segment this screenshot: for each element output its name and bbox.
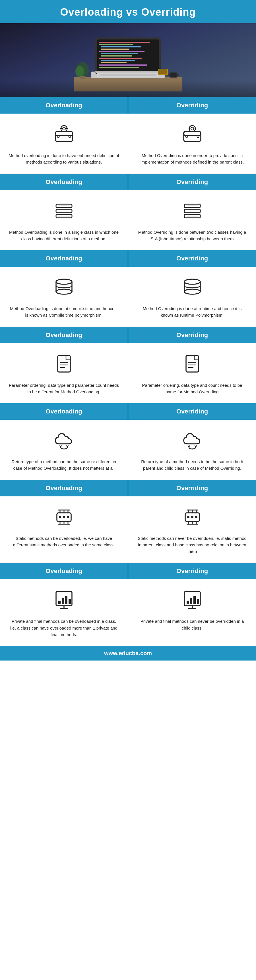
svg-rect-26: [56, 132, 72, 142]
overriding-text-3: Parameter ordering, data type and count …: [137, 382, 248, 395]
overriding-icon-5: [179, 504, 205, 530]
svg-rect-32: [60, 128, 62, 129]
svg-rect-5: [99, 44, 133, 45]
overloading-text-5: Static methods can be overloaded, ie. we…: [8, 535, 119, 548]
overloading-label-1: Overloading: [0, 174, 128, 190]
section-header-0: Overloading Overriding: [0, 97, 256, 114]
overriding-text-2: Method Overriding is done at runtime and…: [137, 305, 248, 319]
svg-rect-108: [194, 596, 196, 604]
svg-rect-6: [101, 46, 141, 48]
content-row-3: Parameter ordering, data type and parame…: [0, 343, 256, 404]
overloading-icon-0: [51, 121, 77, 147]
overloading-text-2: Method Overloading is done at compile ti…: [8, 305, 119, 319]
overloading-text-0: Method overloading is done to have enhan…: [8, 152, 119, 165]
overriding-text-0: Method Overriding is done in order to pr…: [137, 152, 248, 165]
svg-rect-18: [99, 74, 157, 76]
overloading-col-2: Method Overloading is done at compile ti…: [0, 267, 128, 326]
overloading-label-4: Overloading: [0, 403, 128, 420]
svg-rect-9: [101, 53, 138, 54]
overriding-icon-6: [179, 587, 205, 613]
svg-rect-101: [65, 596, 67, 604]
overloading-label-2: Overloading: [0, 250, 128, 267]
svg-rect-12: [101, 60, 135, 61]
svg-point-75: [59, 516, 61, 518]
svg-rect-102: [69, 599, 71, 604]
svg-point-28: [61, 126, 67, 132]
overloading-label-0: Overloading: [0, 97, 128, 114]
svg-rect-4: [99, 42, 150, 43]
footer-url: www.educba.com: [104, 650, 152, 656]
svg-point-58: [56, 279, 72, 284]
overloading-icon-6: [51, 587, 77, 613]
svg-rect-7: [101, 49, 130, 50]
overloading-col-1: Method Overloading is done in a single c…: [0, 190, 128, 250]
svg-point-29: [62, 127, 66, 130]
svg-rect-13: [101, 62, 126, 63]
overloading-icon-1: [51, 198, 77, 224]
overriding-text-6: Private and final methods can never be o…: [137, 618, 248, 631]
overriding-label-6: Overriding: [128, 563, 256, 579]
svg-rect-33: [66, 128, 68, 129]
hero-overlay: [0, 80, 256, 97]
svg-rect-66: [58, 356, 70, 372]
svg-rect-16: [95, 71, 161, 73]
svg-rect-43: [195, 128, 196, 129]
overloading-col-4: Return type of a method can be the same …: [0, 420, 128, 480]
content-row-2: Method Overloading is done at compile ti…: [0, 267, 256, 327]
svg-rect-30: [64, 125, 64, 126]
svg-rect-42: [189, 128, 190, 129]
overloading-text-3: Parameter ordering, data type and parame…: [8, 382, 119, 395]
svg-point-65: [184, 289, 200, 294]
section-header-1: Overloading Overriding: [0, 174, 256, 190]
content-row-0: Method overloading is done to have enhan…: [0, 114, 256, 174]
svg-point-87: [187, 516, 189, 518]
svg-rect-31: [64, 131, 64, 132]
svg-rect-99: [58, 601, 61, 604]
svg-point-88: [191, 516, 194, 518]
svg-point-62: [184, 279, 200, 284]
svg-point-76: [63, 516, 65, 518]
overriding-label-0: Overriding: [128, 97, 256, 114]
svg-rect-106: [187, 601, 189, 604]
overriding-label-5: Overriding: [128, 480, 256, 496]
page-title: Overloading vs Overriding: [3, 6, 253, 18]
overloading-col-0: Method overloading is done to have enhan…: [0, 114, 128, 173]
overriding-icon-0: [179, 121, 205, 147]
overriding-label-1: Overriding: [128, 174, 256, 190]
section-header-3: Overloading Overriding: [0, 327, 256, 343]
svg-rect-36: [184, 132, 201, 142]
overriding-col-4: Return type of a method needs to be the …: [128, 420, 256, 480]
overriding-text-1: Method Overriding is done between two cl…: [137, 229, 248, 242]
overriding-col-1: Method Overriding is done between two cl…: [128, 190, 256, 250]
overloading-icon-4: [51, 428, 77, 453]
overriding-col-6: Private and final methods can never be o…: [128, 579, 256, 646]
overloading-text-6: Private and final methods can be overloa…: [8, 618, 119, 638]
footer: www.educba.com: [0, 646, 256, 660]
overloading-text-1: Method Overloading is done in a single c…: [8, 229, 119, 242]
svg-point-38: [189, 126, 195, 132]
svg-rect-109: [197, 599, 199, 604]
svg-rect-20: [158, 69, 167, 75]
overriding-icon-3: [179, 351, 205, 377]
page-header: Overloading vs Overriding: [0, 0, 256, 23]
content-row-1: Method Overloading is done in a single c…: [0, 190, 256, 250]
svg-rect-11: [99, 58, 142, 59]
sections-container: Overloading Overriding Method overloadin…: [0, 97, 256, 646]
overloading-col-3: Parameter ordering, data type and parame…: [0, 343, 128, 403]
overriding-icon-2: [179, 275, 205, 300]
overriding-col-3: Parameter ordering, data type and count …: [128, 343, 256, 403]
svg-rect-41: [192, 131, 193, 132]
svg-rect-14: [99, 64, 147, 65]
overriding-col-5: Static methods can never be overridden, …: [128, 496, 256, 563]
content-row-5: Static methods can be overloaded, ie. we…: [0, 496, 256, 563]
overloading-label-5: Overloading: [0, 480, 128, 496]
svg-rect-40: [192, 125, 193, 126]
overriding-col-0: Method Overriding is done in order to pr…: [128, 114, 256, 173]
svg-point-39: [191, 127, 194, 130]
overriding-col-2: Method Overriding is done at runtime and…: [128, 267, 256, 326]
overriding-label-3: Overriding: [128, 327, 256, 343]
svg-rect-15: [99, 67, 139, 68]
svg-point-22: [75, 66, 84, 77]
section-header-5: Overloading Overriding: [0, 480, 256, 496]
overloading-icon-3: [51, 351, 77, 377]
